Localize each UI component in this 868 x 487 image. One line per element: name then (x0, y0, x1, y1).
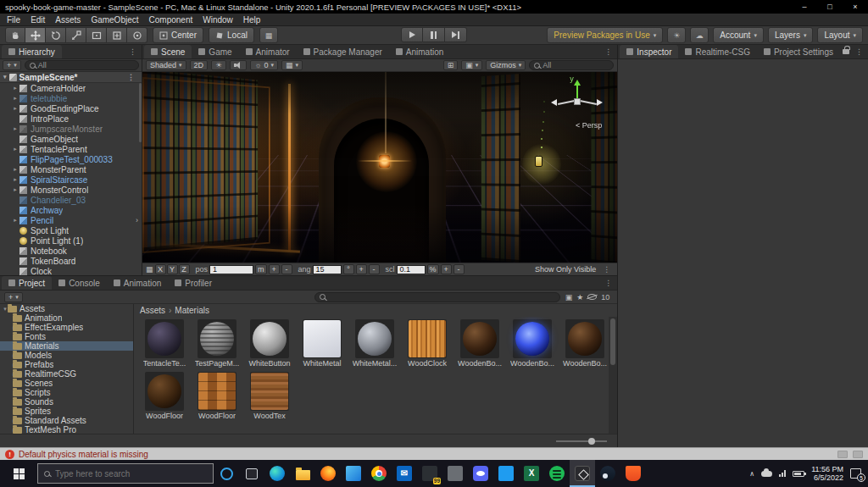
maximize-button[interactable]: □ (817, 0, 843, 14)
spotify-icon[interactable] (544, 460, 570, 487)
scene-menu-icon[interactable]: ⋮ (124, 73, 138, 81)
inspector-tab[interactable]: Realtime-CSG (678, 45, 756, 58)
material-asset[interactable]: WoodClock (403, 319, 451, 368)
taskbar-search-input[interactable] (55, 469, 207, 479)
project-folder[interactable]: Sounds (0, 397, 133, 407)
2d-toggle[interactable]: 2D (190, 60, 209, 70)
prefab-open-chevron[interactable]: › (136, 216, 138, 224)
project-folder[interactable]: Scenes (0, 379, 133, 388)
editor-status-bar[interactable]: ! Default physics material is missing (0, 447, 868, 460)
hierarchy-item[interactable]: Spot Light (0, 225, 142, 235)
inspector-tab[interactable]: Project Settings (757, 45, 840, 58)
hierarchy-item[interactable]: ▸ JumpscareMonster (0, 124, 142, 134)
play-button[interactable] (401, 27, 423, 42)
expand-arrow-icon[interactable]: ▸ (11, 186, 19, 193)
scene-panel-tab[interactable]: Scene (144, 45, 192, 58)
excel-icon[interactable]: X (519, 460, 544, 487)
discord-icon[interactable] (468, 460, 493, 487)
scene-panel-tab[interactable]: Animator (239, 45, 297, 58)
scene-viewport[interactable]: y < Persp (142, 72, 617, 263)
transform-tool-button[interactable] (107, 27, 127, 43)
asset-grid-scrollbar[interactable] (609, 317, 617, 434)
project-folder[interactable]: ▸ TextMesh Pro (0, 425, 133, 434)
axis-y-cone[interactable] (574, 80, 581, 86)
pos-minus-button[interactable]: - (281, 264, 292, 274)
axis-left-cone[interactable] (551, 99, 557, 106)
close-button[interactable]: × (843, 0, 868, 14)
project-folder[interactable]: ▸ Prefabs (0, 360, 133, 369)
material-asset[interactable]: WoodenBo... (561, 319, 609, 368)
scene-panel-tab[interactable]: Package Manager (297, 45, 389, 58)
pivot-toggle-button[interactable]: Center (153, 27, 203, 43)
menu-item[interactable]: Edit (25, 15, 50, 25)
gizmos-dropdown[interactable]: Gizmos ▾ (486, 60, 526, 70)
brave-browser-icon[interactable] (620, 460, 646, 487)
hierarchy-item[interactable]: FlipPageTest_000033 (0, 154, 142, 164)
network-icon[interactable] (779, 470, 786, 477)
saved-search-star-icon[interactable]: ★ (576, 293, 583, 302)
hierarchy-item[interactable]: TokenBoard (0, 256, 142, 266)
ang-input[interactable]: 15 (313, 265, 342, 274)
undo-history-button[interactable]: ☀ (667, 27, 686, 43)
shading-mode-dropdown[interactable]: Shaded ▾ (146, 60, 186, 70)
hierarchy-item[interactable]: Clock (0, 266, 142, 275)
action-center-icon[interactable]: 5 (850, 468, 861, 479)
ang-plus-button[interactable]: + (356, 264, 367, 274)
scene-panel-tab[interactable]: Game (192, 45, 238, 58)
edge-browser-icon[interactable] (264, 460, 290, 487)
axis-toggle-button[interactable]: X (155, 264, 166, 274)
tray-expand-icon[interactable]: ∧ (749, 470, 754, 478)
minimize-button[interactable]: – (792, 0, 817, 14)
panel-menu-icon[interactable]: ⋮ (601, 279, 615, 287)
project-folder[interactable]: Sprites (0, 407, 133, 416)
hierarchy-item[interactable]: ▸ CameraHolder (0, 83, 142, 93)
slider-thumb[interactable] (588, 438, 595, 445)
project-search-input[interactable] (314, 292, 560, 302)
search-by-type-icon[interactable]: ▣ (565, 293, 573, 302)
inspector-lock-icon[interactable] (843, 49, 849, 54)
expand-arrow-icon[interactable]: ▸ (11, 217, 19, 224)
ang-minus-button[interactable]: - (369, 264, 380, 274)
gizmo-persp-label[interactable]: < Persp (576, 121, 602, 130)
scene-tools-button[interactable]: ⊞ (443, 60, 459, 70)
axis-toggle-button[interactable]: Y (167, 264, 178, 274)
pos-plus-button[interactable]: + (269, 264, 280, 274)
hierarchy-item[interactable]: Notebook (0, 246, 142, 256)
hierarchy-item[interactable]: GameObject (0, 134, 142, 144)
hand-tool-button[interactable] (5, 27, 25, 43)
code-editor-icon[interactable] (493, 460, 519, 487)
task-view-icon[interactable] (239, 460, 264, 487)
battery-icon[interactable] (793, 471, 804, 477)
material-asset[interactable]: WoodFloor (141, 372, 188, 420)
file-explorer-icon[interactable] (290, 460, 315, 487)
steam-icon[interactable] (595, 460, 620, 487)
expand-arrow-icon[interactable]: ▸ (0, 371, 13, 378)
pause-button[interactable] (423, 27, 445, 42)
panel-menu-icon[interactable]: ⋮ (852, 47, 866, 56)
expand-arrow-icon[interactable]: ▸ (0, 352, 13, 359)
status-activity-icon[interactable] (837, 451, 848, 458)
rotate-tool-button[interactable] (46, 27, 66, 43)
hierarchy-item[interactable]: Point Light (1) (0, 235, 142, 246)
expand-arrow-icon[interactable]: ▸ (11, 176, 19, 183)
scene-panel-tab[interactable]: Animation (389, 45, 450, 58)
hierarchy-item[interactable]: ▸ MonsterControl (0, 185, 142, 195)
scene-orientation-gizmo[interactable]: y (551, 77, 605, 121)
custom-tool-button[interactable] (127, 27, 147, 43)
grid-snap-button[interactable]: ▦ (259, 27, 278, 43)
material-asset[interactable]: TestPageM... (193, 319, 241, 368)
cloud-services-button[interactable]: ☁ (690, 27, 709, 43)
project-folder[interactable]: Scripts (0, 388, 133, 397)
unity-editor-icon[interactable] (570, 460, 595, 487)
material-asset[interactable]: WhiteButton (246, 319, 293, 368)
menu-item[interactable]: Window (198, 15, 238, 25)
pos-unit-dropdown[interactable]: m (255, 264, 267, 274)
audio-toggle[interactable] (230, 60, 247, 70)
bottom-panel-tab[interactable]: Console (52, 276, 107, 290)
onedrive-cloud-icon[interactable] (761, 471, 772, 477)
hierarchy-item[interactable]: ▸ Pencil › (0, 215, 142, 225)
start-button[interactable] (0, 460, 37, 487)
ang-unit-dropdown[interactable]: ° (343, 264, 354, 274)
expand-arrow-icon[interactable]: ▾ (0, 306, 8, 313)
expand-arrow-icon[interactable]: ▸ (11, 85, 19, 91)
